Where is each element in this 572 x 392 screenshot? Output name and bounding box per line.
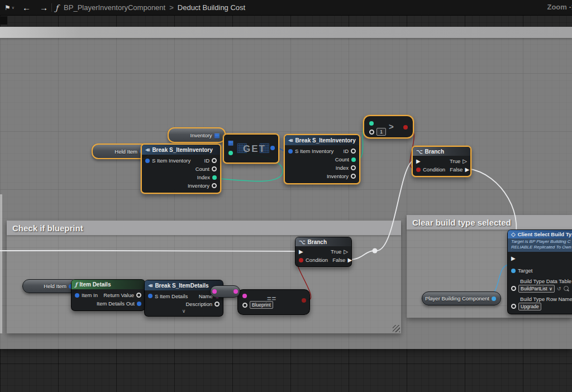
- node-header[interactable]: ◇ Client Select Build Type: [508, 230, 572, 238]
- pin-id[interactable]: [351, 149, 356, 154]
- pin-condition[interactable]: [299, 258, 303, 262]
- node-subtitle: Target is BP Player Building C RELIABLE …: [508, 238, 572, 252]
- graph-corner-notch: [0, 16, 7, 25]
- pin-a-input[interactable]: [369, 121, 374, 126]
- pin-count[interactable]: [351, 157, 356, 162]
- bookmark-dropdown-icon[interactable]: ∨: [12, 6, 15, 10]
- pin-condition[interactable]: [416, 168, 421, 172]
- bookmark-icon[interactable]: ⚑: [4, 4, 11, 12]
- pin-label: True: [331, 248, 341, 255]
- node-item-details[interactable]: ƒ Item Details Item InReturn Value Item …: [71, 279, 145, 311]
- use-selected-asset-icon[interactable]: ↺: [557, 286, 561, 291]
- variable-label: Held Item: [115, 149, 137, 155]
- node-title: Break S_ItemInventory: [152, 147, 212, 153]
- branch-icon: ⌥: [416, 149, 423, 155]
- pin-exec-in[interactable]: ▶: [416, 159, 421, 164]
- pin-array-input[interactable]: ▦: [228, 140, 233, 146]
- pin-false[interactable]: ▶: [347, 257, 352, 263]
- pin-s-item-inventory[interactable]: [145, 159, 150, 163]
- node-break-iteminventory-1[interactable]: ⋔ Break S_ItemInventory S Item Inventory…: [141, 144, 221, 194]
- node-break-itemdetails[interactable]: ⋔ Break S_ItemDetails S Item DetailsName…: [144, 280, 223, 317]
- pin-a-input[interactable]: [242, 294, 247, 298]
- breadcrumb-root[interactable]: BP_PlayerInventoryComponent: [64, 3, 165, 12]
- comment-clear-title: Clear build type selected: [412, 218, 511, 227]
- node-client-select-build-type[interactable]: ◇ Client Select Build Type Target is BP …: [507, 230, 572, 314]
- pin-build-type-row-name[interactable]: [511, 304, 516, 309]
- large-comment-header[interactable]: [0, 27, 572, 38]
- node-title: Break S_ItemInventory: [295, 137, 355, 144]
- variable-pill-held-item-2[interactable]: Held Item: [22, 279, 78, 293]
- pin-inventory[interactable]: [212, 183, 217, 188]
- comment-resize-handle[interactable]: [393, 325, 400, 332]
- operator-glyph: ==: [267, 294, 277, 303]
- b-value-field[interactable]: 1: [376, 128, 386, 136]
- node-title: Item Details: [79, 281, 111, 288]
- reroute-pin-in[interactable]: [212, 289, 217, 294]
- node-break-iteminventory-2[interactable]: ⋔ Break S_ItemInventory S Item Inventory…: [284, 134, 360, 184]
- pin-id[interactable]: [212, 158, 217, 163]
- pin-b-input[interactable]: [242, 303, 247, 308]
- pin-result-output[interactable]: [403, 125, 408, 130]
- pin-result-output[interactable]: [302, 298, 306, 303]
- pin-return-value[interactable]: [136, 293, 141, 298]
- node-header[interactable]: ⋔ Break S_ItemInventory: [285, 135, 359, 145]
- pin-target[interactable]: [511, 269, 516, 273]
- pin-label: Description: [185, 301, 212, 307]
- pin-item-in[interactable]: [75, 293, 79, 298]
- pin-index[interactable]: [212, 175, 217, 180]
- pin-index[interactable]: [351, 165, 356, 170]
- comment-clear-header[interactable]: Clear build type selected: [407, 215, 572, 230]
- pin-b-input[interactable]: [369, 130, 374, 135]
- variable-label: Player Building Component: [425, 295, 489, 302]
- node-equal[interactable]: Blueprint ==: [237, 289, 310, 315]
- node-array-get[interactable]: ▦ ▦ GET ▦: [223, 133, 279, 164]
- pin-exec-in[interactable]: ▶: [299, 249, 303, 255]
- pin-label: S Item Inventory: [295, 148, 333, 154]
- variable-pill-inventory[interactable]: Inventory ▦: [168, 127, 226, 143]
- pin-s-item-details[interactable]: [148, 294, 152, 298]
- node-title: Branch: [308, 239, 327, 245]
- node-branch-2[interactable]: ⌥ Branch ▶True▷ ConditionFalse▶: [295, 237, 352, 267]
- node-greater-than[interactable]: 1 >: [363, 115, 414, 138]
- pin-label: Item Details Out: [97, 300, 135, 307]
- node-header[interactable]: ƒ Item Details: [72, 280, 145, 289]
- pin-element-output[interactable]: [270, 146, 275, 150]
- variable-pill-player-building-component[interactable]: Player Building Component: [422, 291, 501, 305]
- subtitle-line: Target is BP Player Building C: [511, 239, 572, 245]
- pin-true[interactable]: ▷: [344, 249, 348, 255]
- pin-inventory[interactable]: [351, 174, 356, 179]
- pin-label: Target: [518, 267, 532, 274]
- pin-count[interactable]: [212, 166, 217, 171]
- output-pin[interactable]: [492, 297, 496, 301]
- variable-label: Inventory: [190, 132, 212, 138]
- node-branch-1[interactable]: ⌥ Branch ▶True▷ ConditionFalse▶: [412, 146, 471, 177]
- pin-label: Condition: [423, 166, 445, 173]
- reroute-node-name[interactable]: [210, 285, 240, 298]
- pin-build-type-data-table[interactable]: [511, 286, 516, 291]
- pin-false[interactable]: ▶: [465, 167, 469, 173]
- breadcrumb-current[interactable]: Deduct Building Cost: [178, 3, 245, 12]
- reroute-pin-out[interactable]: [233, 289, 238, 294]
- data-table-dropdown[interactable]: BuildPartList∨: [518, 285, 555, 293]
- pin-label: S Item Inventory: [152, 157, 190, 164]
- expand-pins-chevron[interactable]: ∨: [182, 308, 186, 314]
- operator-glyph: >: [389, 122, 394, 131]
- pin-s-item-inventory[interactable]: [288, 149, 293, 154]
- pin-label: Inventory: [188, 183, 209, 189]
- node-header[interactable]: ⌥ Branch: [295, 237, 351, 246]
- pin-label: Count: [196, 166, 209, 172]
- back-button[interactable]: ←: [22, 3, 31, 12]
- pin-index-input[interactable]: [228, 151, 233, 155]
- comment-check-header[interactable]: Check if blueprint: [7, 221, 401, 235]
- browse-asset-icon[interactable]: [564, 286, 569, 291]
- pin-item-details-out[interactable]: [137, 302, 141, 306]
- node-header[interactable]: ⋔ Break S_ItemInventory: [142, 145, 220, 155]
- forward-button[interactable]: →: [40, 3, 48, 12]
- pin-true[interactable]: ▷: [463, 159, 467, 164]
- node-header[interactable]: ⌥ Branch: [413, 147, 470, 156]
- pin-label: Build Type Row Name: [520, 296, 572, 302]
- row-name-field[interactable]: Upgrade: [518, 303, 541, 310]
- pin-exec-in[interactable]: ▶: [511, 256, 516, 261]
- pin-description[interactable]: [214, 302, 220, 307]
- array-pin-icon[interactable]: ▦: [214, 132, 220, 138]
